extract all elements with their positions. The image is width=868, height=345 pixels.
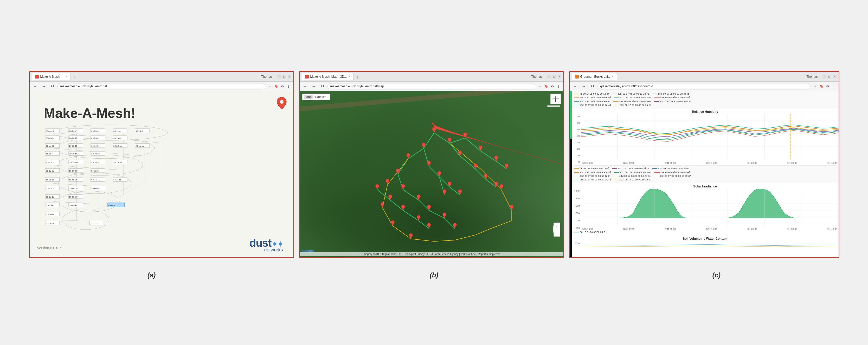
svg-text:55-1e-f7: 55-1e-f7 xyxy=(46,153,54,155)
map-type-map[interactable]: Map xyxy=(304,95,313,99)
grafana-main-panel: rh: 00-17-0d-00-00-60-1e-af s3x: 00-17-0… xyxy=(572,91,839,257)
ext3-icon-c[interactable]: ⋮ xyxy=(831,84,837,89)
chart-humidity-title: Relative Humidity xyxy=(572,109,839,114)
close-btn-a[interactable]: × xyxy=(288,75,291,79)
close-btn-b[interactable]: × xyxy=(558,75,561,79)
y-label-50: 50 xyxy=(577,128,580,131)
window-controls-b: − □ × xyxy=(547,75,561,79)
zoom-in-btn[interactable]: + xyxy=(554,223,560,229)
grafana-sidebar-item-2[interactable] xyxy=(570,107,572,123)
ext3-icon-a[interactable]: ⋮ xyxy=(286,84,291,89)
svg-text:55-0b-10: 55-0b-10 xyxy=(69,196,78,198)
ext2-icon-b[interactable]: ⚙ xyxy=(550,84,555,89)
maximize-btn-a[interactable]: □ xyxy=(282,75,286,79)
svg-text:20-40-ab: 20-40-ab xyxy=(91,153,100,155)
star-icon-a[interactable]: ☆ xyxy=(268,84,273,89)
maximize-btn-c[interactable]: □ xyxy=(828,75,831,79)
legend-label-s3x1: s3x: 00-17-0d-00-00-38-3d-71 xyxy=(618,92,649,96)
tab-close-a[interactable]: × xyxy=(66,75,67,78)
legend-color-s3x5 xyxy=(654,97,660,98)
solar-legend-label: 00-17-0d-00-00-38-3d-7d xyxy=(580,231,606,233)
ext2-icon-a[interactable]: ⚙ xyxy=(280,84,285,89)
zoom-out-btn[interactable]: − xyxy=(554,230,560,237)
new-tab-btn-a[interactable]: + xyxy=(72,74,78,80)
reload-btn-b[interactable]: ↻ xyxy=(319,83,326,89)
url-c: glaser.berkeley.edu:3000/dashboard/d... xyxy=(600,85,656,88)
ext3-icon-b[interactable]: ⋮ xyxy=(556,84,561,89)
chart-solar-x-axis: 8/30 16:00 8/31 00:00 8/31 08:00 8/31 16… xyxy=(581,225,839,230)
scale-bar xyxy=(547,105,560,107)
figure-labels: (a) (b) (c) xyxy=(10,266,858,282)
tab-close-b[interactable]: × xyxy=(348,75,350,78)
legend-color-s3x6 xyxy=(574,101,579,102)
map-type-satellite[interactable]: Satellite xyxy=(314,95,328,99)
legend-item-s3x-10: s3x: 00-17-0d-00-00-60-2a-ce xyxy=(614,103,651,107)
legend2-label-s3x5: s3x: 00-17-0d-00-00-60-1a-f0 xyxy=(660,170,691,174)
reload-btn-c[interactable]: ↻ xyxy=(589,83,595,89)
legend-row-2: s3x: 00-17-0d-00-00-38-3d-9d s3x: 00-17-… xyxy=(574,96,837,99)
solar-y-500: 500 xyxy=(576,205,580,207)
ext1-icon-b[interactable]: 🔖 xyxy=(544,84,549,89)
ext1-icon-c[interactable]: 🔖 xyxy=(819,84,824,89)
back-btn-a[interactable]: ← xyxy=(32,84,38,89)
legend2-label-s3x2: s3x: 00-17-0d-00-00-38-3d-7d xyxy=(658,167,689,170)
tab-map[interactable]: Make-A-Mesh! Map - 3D... × xyxy=(302,73,353,80)
close-btn-c[interactable]: × xyxy=(833,75,837,79)
legend2-color-s3x6 xyxy=(574,176,579,176)
new-tab-btn-b[interactable]: + xyxy=(354,74,361,80)
address-bar-a[interactable]: makeamesh.eu-gb.mybluemix.net xyxy=(58,83,265,89)
forward-btn-b[interactable]: → xyxy=(311,84,317,89)
minimize-btn-b[interactable]: − xyxy=(547,75,551,79)
svg-text:55-0f-1c: 55-0f-1c xyxy=(69,179,77,181)
tab-close-c[interactable]: × xyxy=(612,75,614,78)
forward-btn-a[interactable]: → xyxy=(40,84,47,89)
back-btn-b[interactable]: ← xyxy=(302,84,309,89)
chart-humidity-x-axis: 8/30 16:00 8/31 00:00 8/31 08:00 8/31 16… xyxy=(581,159,839,164)
svg-point-3 xyxy=(58,173,131,194)
tab-make-a-mesh[interactable]: Make-A-Mesh! × xyxy=(32,73,71,80)
chart-soil-title: Soil Volumetric Water Content xyxy=(572,236,839,241)
x-label-91-00: 9/1 00:00 xyxy=(747,162,757,164)
figure-label-b: (b) xyxy=(430,271,438,279)
legend-label-s3x10: s3x: 00-17-0d-00-00-60-2a-ce xyxy=(620,103,651,107)
grafana-legend-1: rh: 00-17-0d-00-00-60-1e-af s3x: 00-17-0… xyxy=(572,91,839,108)
svg-text:20-1b-f0: 20-1b-f0 xyxy=(46,137,54,139)
star-icon-c[interactable]: ☆ xyxy=(813,84,818,89)
url-b: makeamesh.eu-gb.mybluemix.net/map xyxy=(330,85,384,88)
forward-btn-c[interactable]: → xyxy=(581,84,587,89)
legend-row-1: rh: 00-17-0d-00-00-60-1e-af s3x: 00-17-0… xyxy=(574,92,837,96)
legend2-item-s3x-1: s3x: 00-17-0d-00-00-38-3d-71 xyxy=(612,167,649,170)
legend2-color-s3x5 xyxy=(654,172,660,172)
back-btn-c[interactable]: ← xyxy=(572,84,579,89)
satellite-background xyxy=(300,91,563,257)
ext2-icon-c[interactable]: ⚙ xyxy=(825,84,830,89)
tab-grafana[interactable]: Grafana - Bucks Lake × xyxy=(572,73,617,80)
legend2-item-s3x-3: s3x: 00-17-0d-00-00-38-3d-9d xyxy=(574,170,611,174)
star-icon-b[interactable]: ☆ xyxy=(537,84,542,89)
maximize-btn-b[interactable]: □ xyxy=(553,75,556,79)
grafana-sidebar-item-3[interactable] xyxy=(570,123,572,139)
svg-text:60-25-ee: 60-25-ee xyxy=(91,130,100,132)
legend-item-s3x-7: s3x: 00-17-0d-00-00-60-25-ee xyxy=(613,100,651,103)
svg-text:20-ca-52: 20-ca-52 xyxy=(46,145,54,147)
browser-window-a: Make-A-Mesh! × + Thomas − □ × ← → ↻ make… xyxy=(29,71,294,258)
address-bar-b[interactable]: makeamesh.eu-gb.mybluemix.net/map xyxy=(328,83,535,89)
svg-text:55-0f-43: 55-0f-43 xyxy=(69,204,77,207)
legend-color-s3x4 xyxy=(614,97,619,98)
minimize-btn-a[interactable]: − xyxy=(277,75,281,79)
new-tab-btn-c[interactable]: + xyxy=(618,74,624,80)
address-bar-c[interactable]: glaser.berkeley.edu:3000/dashboard/d... xyxy=(597,83,810,89)
legend2-label-s3x8: s3x: 00-17-0d-00-00-60-29-37 xyxy=(660,174,691,178)
svg-text:65-0b-41: 65-0b-41 xyxy=(108,204,117,207)
minimize-btn-c[interactable]: − xyxy=(823,75,826,79)
solar-x-831-08: 8/31 08:00 xyxy=(664,228,676,230)
legend2-label-s3x1: s3x: 00-17-0d-00-00-38-3d-71 xyxy=(618,167,649,170)
solar-y-1k: 1.0 K xyxy=(574,190,580,192)
svg-text:60-1e-af: 60-1e-af xyxy=(114,130,122,132)
x-label-91-08: 9/1 08:00 xyxy=(787,162,797,164)
ext1-icon-a[interactable]: 🔖 xyxy=(274,84,279,89)
reload-btn-a[interactable]: ↻ xyxy=(50,83,55,89)
svg-text:55-1b-9f: 55-1b-9f xyxy=(91,170,99,172)
solar-x-91-08: 9/1 08:00 xyxy=(787,228,797,230)
grafana-sidebar-item-1[interactable] xyxy=(570,91,572,106)
